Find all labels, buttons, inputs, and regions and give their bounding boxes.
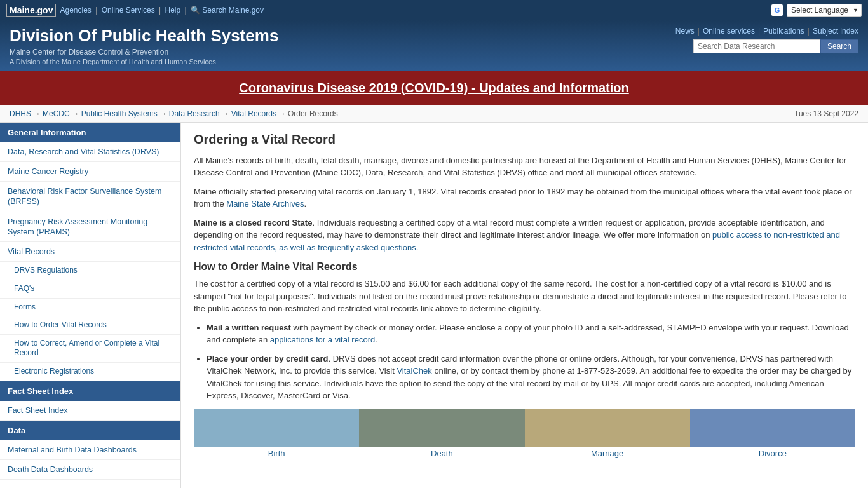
sidebar-item-drvs-regulations[interactable]: DRVS Regulations bbox=[0, 262, 180, 280]
divorce-thumb-img bbox=[690, 409, 855, 447]
content-para2: Maine officially started preserving vita… bbox=[194, 186, 855, 210]
sidebar-item-fact-sheet[interactable]: Fact Sheet Index bbox=[0, 401, 180, 421]
sidebar-item-maternal-birth[interactable]: Maternal and Birth Data Dashboards bbox=[0, 440, 180, 460]
divorce-link[interactable]: Divorce bbox=[690, 449, 855, 458]
breadcrumb-mecdc[interactable]: MeCDC bbox=[43, 109, 70, 118]
applications-link[interactable]: applications for a vital record bbox=[270, 335, 375, 344]
breadcrumb: DHHS → MeCDC → Public Health Systems → D… bbox=[10, 109, 338, 118]
site-subtitle2: A Division of the Maine Department of He… bbox=[10, 58, 278, 65]
how-order-title: How to Order Maine Vital Records bbox=[194, 261, 855, 273]
nav-online-services[interactable]: Online services bbox=[703, 27, 755, 36]
breadcrumb-dhhs[interactable]: DHHS bbox=[10, 109, 31, 118]
date-display: Tues 13 Sept 2022 bbox=[794, 109, 858, 118]
covid-link[interactable]: Coronavirus Disease 2019 (COVID-19) - Up… bbox=[239, 81, 629, 95]
content-para4: The cost for a certified copy of a vital… bbox=[194, 278, 855, 315]
nav-news[interactable]: News bbox=[675, 27, 695, 36]
mail-bold: Mail a written request bbox=[207, 323, 291, 332]
death-link[interactable]: Death bbox=[359, 449, 524, 458]
site-header: Division Of Public Health Systems Maine … bbox=[0, 20, 868, 71]
nav-subject-index[interactable]: Subject index bbox=[813, 27, 858, 36]
search-input[interactable] bbox=[693, 39, 820, 53]
breadcrumb-current: Order Records bbox=[288, 109, 338, 118]
sidebar-item-cancer-registry[interactable]: Maine Cancer Registry bbox=[0, 162, 180, 182]
list-item-credit-card: Place your order by credit card. DRVS do… bbox=[207, 353, 855, 402]
sidebar-header-general: General Information bbox=[0, 123, 180, 142]
site-title: Division Of Public Health Systems bbox=[10, 27, 278, 45]
top-bar: Maine.gov Agencies | Online Services | H… bbox=[0, 0, 868, 20]
search-bar: Search bbox=[693, 39, 858, 53]
sidebar-item-death-data[interactable]: Death Data Dashboards bbox=[0, 460, 180, 480]
select-language-button[interactable]: Select Language bbox=[787, 4, 862, 17]
order-methods-list: Mail a written request with payment by c… bbox=[207, 322, 855, 402]
vitalchek-link[interactable]: VitalChek bbox=[397, 366, 431, 376]
marriage-thumb-img bbox=[525, 409, 690, 447]
header-right: News | Online services | Publications | … bbox=[675, 27, 858, 53]
death-thumb-img bbox=[359, 409, 524, 447]
online-services-link[interactable]: Online Services bbox=[102, 6, 155, 15]
header-left: Division Of Public Health Systems Maine … bbox=[10, 27, 278, 65]
search-maine-link[interactable]: Search Maine.gov bbox=[202, 6, 264, 15]
top-bar-links: Agencies | Online Services | Help | 🔍 Se… bbox=[60, 6, 264, 15]
sidebar-item-how-correct[interactable]: How to Correct, Amend or Complete a Vita… bbox=[0, 335, 180, 363]
header-nav: News | Online services | Publications | … bbox=[675, 27, 858, 36]
closed-record-bold: Maine is a closed record State bbox=[194, 218, 312, 227]
breadcrumb-data-research[interactable]: Data Research bbox=[169, 109, 220, 118]
sidebar-header-fact-sheet: Fact Sheet Index bbox=[0, 381, 180, 401]
thumbnail-divorce: Divorce bbox=[690, 409, 855, 458]
breadcrumb-phs[interactable]: Public Health Systems bbox=[81, 109, 158, 118]
marriage-link[interactable]: Marriage bbox=[525, 449, 690, 458]
top-bar-right: G Select Language bbox=[771, 4, 862, 17]
maine-gov-logo[interactable]: Maine.gov bbox=[6, 4, 56, 17]
sidebar-item-electronic-reg[interactable]: Electronic Registrations bbox=[0, 363, 180, 381]
breadcrumb-vital-records[interactable]: Vital Records bbox=[231, 109, 276, 118]
content-para3: Maine is a closed record State. Individu… bbox=[194, 217, 855, 254]
google-icon: G bbox=[771, 4, 783, 16]
agencies-link[interactable]: Agencies bbox=[60, 6, 91, 15]
nav-publications[interactable]: Publications bbox=[763, 27, 804, 36]
content-area: Ordering a Vital Record All Maine's reco… bbox=[181, 123, 868, 488]
maine-state-archives-link[interactable]: Maine State Archives bbox=[226, 199, 304, 208]
covid-banner[interactable]: Coronavirus Disease 2019 (COVID-19) - Up… bbox=[0, 71, 868, 105]
record-thumbnails: Birth Death Marriage Divorce bbox=[194, 409, 855, 458]
search-button[interactable]: Search bbox=[820, 39, 858, 53]
sidebar-item-faq[interactable]: FAQ's bbox=[0, 280, 180, 299]
birth-thumb-img bbox=[194, 409, 359, 447]
top-bar-left: Maine.gov Agencies | Online Services | H… bbox=[6, 4, 264, 17]
credit-card-bold: Place your order by credit card bbox=[207, 354, 328, 363]
sidebar-header-data: Data bbox=[0, 421, 180, 440]
thumbnail-death: Death bbox=[359, 409, 524, 458]
content-para1: All Maine's records of birth, death, fet… bbox=[194, 154, 855, 179]
thumbnail-birth: Birth bbox=[194, 409, 359, 458]
main-layout: General Information Data, Research and V… bbox=[0, 123, 868, 488]
sidebar-item-forms[interactable]: Forms bbox=[0, 299, 180, 317]
sidebar-item-brfss[interactable]: Behavioral Risk Factor Surveillance Syst… bbox=[0, 182, 180, 212]
site-subtitle1: Maine Center for Disease Control & Preve… bbox=[10, 48, 278, 57]
sidebar: General Information Data, Research and V… bbox=[0, 123, 181, 488]
sidebar-item-drvs[interactable]: Data, Research and Vital Statistics (DRV… bbox=[0, 142, 180, 162]
breadcrumb-bar: DHHS → MeCDC → Public Health Systems → D… bbox=[0, 105, 868, 123]
sidebar-item-prams[interactable]: Pregnancy Risk Assessment Monitoring Sys… bbox=[0, 212, 180, 243]
birth-link[interactable]: Birth bbox=[194, 449, 359, 458]
thumbnail-marriage: Marriage bbox=[525, 409, 690, 458]
sidebar-item-how-order[interactable]: How to Order Vital Records bbox=[0, 316, 180, 335]
public-access-link[interactable]: public access to non-restricted and rest… bbox=[194, 230, 840, 252]
help-link[interactable]: Help bbox=[165, 6, 180, 15]
page-title: Ordering a Vital Record bbox=[194, 132, 855, 147]
list-item-mail: Mail a written request with payment by c… bbox=[207, 322, 855, 346]
sidebar-item-vital-records[interactable]: Vital Records bbox=[0, 242, 180, 262]
